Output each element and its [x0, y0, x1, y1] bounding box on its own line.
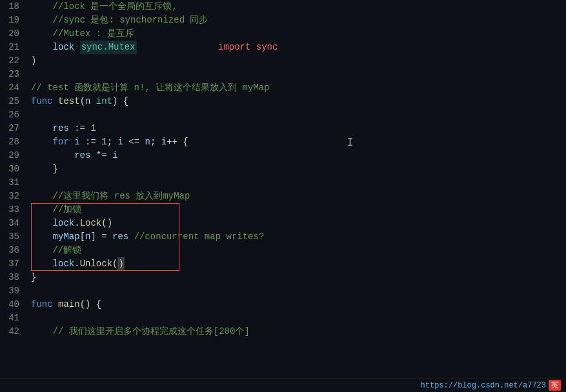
line-25: func test ( n int ) {	[31, 95, 566, 108]
line-21: lock sync.Mutex import sync	[31, 41, 566, 54]
ln-32: 32	[5, 190, 19, 203]
code-text: test	[58, 95, 80, 108]
ln-31: 31	[5, 176, 19, 190]
code-text: }	[31, 271, 36, 284]
line-18: //lock 是一个全局的互斥锁,	[31, 0, 566, 14]
code-text: [	[80, 230, 85, 244]
code-text: n	[85, 230, 90, 244]
ln-38: 38	[5, 271, 19, 284]
code-text: 1	[90, 122, 96, 135]
code-text: func	[31, 95, 58, 108]
code-text: ] =	[90, 230, 112, 244]
ln-27: 27	[5, 122, 19, 135]
code-text: ()	[101, 217, 112, 230]
cursor-icon: 𝙸	[347, 137, 353, 150]
code-text-sync-mutex: sync.Mutex	[80, 41, 137, 54]
code-lines[interactable]: //lock 是一个全局的互斥锁, //sync 是包: synchornize…	[27, 0, 566, 378]
code-text: ++ {	[167, 135, 188, 149]
ln-25: 25	[5, 95, 19, 108]
line-29: res *= i	[31, 149, 566, 162]
ln-22: 22	[5, 54, 19, 68]
code-text: lock	[31, 41, 80, 54]
code-text: res	[31, 122, 74, 135]
ln-18: 18	[5, 0, 19, 14]
code-text: n	[145, 135, 150, 149]
ln-29: 29	[5, 149, 19, 162]
code-text: //concurrent map writes?	[134, 230, 265, 244]
line-23	[31, 68, 566, 81]
line-38: }	[31, 271, 566, 284]
line-33: //加锁	[31, 203, 566, 217]
code-text: for	[31, 135, 74, 149]
code-text: Unlock	[80, 257, 112, 271]
code-text: i	[74, 135, 85, 149]
line-37: lock . Unlock ( )	[31, 257, 566, 271]
code-editor: 18 19 20 21 22 23 24 25 26 27 28 29 30 3…	[0, 0, 566, 392]
ln-26: 26	[5, 108, 19, 122]
code-text: //lock 是一个全局的互斥锁,	[31, 0, 177, 14]
code-text: //sync 是包: synchornized 同步	[31, 14, 208, 27]
code-text: res	[31, 149, 96, 162]
line-27: res := 1	[31, 122, 566, 135]
ln-41: 41	[5, 311, 19, 325]
code-text: int	[96, 95, 112, 108]
code-text: () {	[80, 298, 102, 311]
ln-34: 34	[5, 217, 19, 230]
red-box-container: //加锁 lock . Lock () myMap [ n ] = res	[31, 203, 566, 271]
code-text: 1	[101, 135, 106, 149]
import-sync-label: import sync	[218, 41, 278, 54]
line-24: // test 函数就是计算 n!, 让将这个结果放入到 myMap	[31, 81, 566, 95]
code-text: i	[161, 135, 167, 149]
line-42: // 我们这里开启多个协程完成这个任务[200个]	[31, 325, 566, 338]
line-19: //sync 是包: synchornized 同步	[31, 14, 566, 27]
ln-33: 33	[5, 203, 19, 217]
line-39	[31, 284, 566, 298]
ln-36: 36	[5, 244, 19, 257]
code-text: //这里我们将 res 放入到myMap	[31, 190, 190, 203]
line-20: //Mutex : 是互斥	[31, 27, 566, 41]
ln-20: 20	[5, 27, 19, 41]
code-text: func	[31, 298, 58, 311]
line-26	[31, 108, 566, 122]
code-text: Lock	[80, 217, 102, 230]
code-text: )	[31, 54, 36, 68]
code-text: *=	[96, 149, 112, 162]
code-text-cursor: )	[117, 257, 124, 271]
code-text: lock	[31, 217, 74, 230]
ln-35: 35	[5, 230, 19, 244]
code-text: //解锁	[31, 244, 81, 257]
line-32: //这里我们将 res 放入到myMap	[31, 190, 566, 203]
code-text: ;	[150, 135, 161, 149]
ln-30: 30	[5, 162, 19, 176]
ln-28: 28	[5, 135, 19, 149]
ln-40: 40	[5, 298, 19, 311]
code-text: // test 函数就是计算 n!, 让将这个结果放入到 myMap	[31, 81, 270, 95]
code-content: 18 19 20 21 22 23 24 25 26 27 28 29 30 3…	[0, 0, 566, 378]
code-text: .	[74, 257, 79, 271]
line-40: func main () {	[31, 298, 566, 311]
ln-21: 21	[5, 41, 19, 54]
ln-23: 23	[5, 68, 19, 81]
code-text: lock	[31, 257, 74, 271]
ln-19: 19	[5, 14, 19, 27]
code-text: ;	[107, 135, 118, 149]
code-text: ) {	[112, 95, 128, 108]
line-31	[31, 176, 566, 190]
ln-24: 24	[5, 81, 19, 95]
line-35: myMap [ n ] = res //concurrent map write…	[31, 230, 566, 244]
bottom-icon: 英	[549, 380, 561, 391]
ln-39: 39	[5, 284, 19, 298]
csdn-link[interactable]: https://blog.csdn.net/a7723	[421, 381, 546, 390]
code-text: (	[112, 257, 117, 271]
code-text: //加锁	[31, 203, 81, 217]
code-text: main	[58, 298, 80, 311]
line-28: for i := 1 ; i <= n ; i ++ { 𝙸	[31, 135, 566, 149]
code-text: (	[80, 95, 85, 108]
bottom-bar: https://blog.csdn.net/a7723 英	[0, 378, 566, 392]
code-text: res	[112, 230, 134, 244]
code-text: .	[74, 217, 79, 230]
line-22: )	[31, 54, 566, 68]
ln-42: 42	[5, 325, 19, 338]
line-30: }	[31, 162, 566, 176]
code-text: n	[85, 95, 96, 108]
